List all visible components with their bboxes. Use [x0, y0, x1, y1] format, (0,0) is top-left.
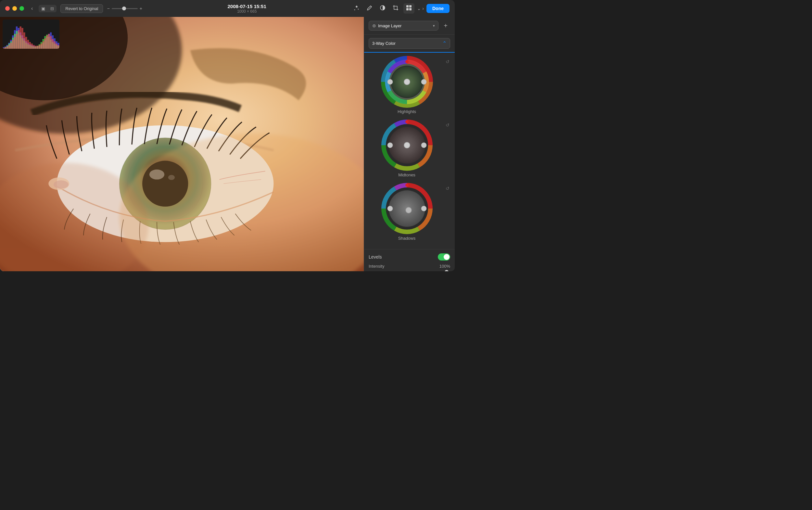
layer-select[interactable]: ⊛ Image Layer ▾	[369, 21, 438, 31]
single-view-button[interactable]: ▣	[39, 5, 48, 12]
svg-rect-3	[406, 8, 409, 10]
svg-point-25	[387, 79, 393, 84]
toolbar-right: ⌄ › Done	[351, 3, 450, 14]
shadows-reset-button[interactable]: ↺	[445, 185, 450, 192]
image-dimensions: 1000 × 665	[146, 9, 348, 13]
view-toggle: ▣ ⊟	[39, 5, 57, 12]
nav-arrows: ‹	[29, 5, 35, 12]
svg-rect-2	[409, 5, 411, 7]
intensity-label: Intensity	[369, 264, 384, 268]
svg-point-34	[404, 142, 410, 148]
highlights-wheel-container: Highlights	[369, 56, 445, 117]
svg-rect-1	[406, 5, 409, 7]
svg-rect-4	[409, 8, 411, 10]
intensity-value: 100%	[439, 264, 450, 268]
image-title: 2008-07-15 15:51	[146, 4, 348, 9]
highlights-reset-button[interactable]: ↺	[445, 58, 450, 65]
title-info: 2008-07-15 15:51 1000 × 665	[146, 4, 348, 13]
retouch-button[interactable]	[365, 3, 375, 14]
midtones-wheel-container: Midtones	[369, 119, 445, 180]
auto-enhance-button[interactable]	[351, 3, 362, 14]
adjustment-select[interactable]: 3-Way Color ⌃	[369, 38, 450, 49]
highlights-wheel-svg	[381, 56, 433, 108]
main-image	[0, 17, 364, 271]
adjustments-grid-button[interactable]	[403, 3, 414, 13]
svg-point-33	[421, 143, 427, 148]
panel-chevron-button[interactable]: ⌄ ›	[417, 6, 424, 11]
layer-icon: ⊛	[372, 23, 376, 28]
svg-point-40	[421, 206, 427, 211]
intensity-handle	[445, 270, 448, 271]
main-content: C BW CN	[0, 17, 455, 271]
svg-point-35	[405, 120, 409, 123]
highlights-row: Highlights ↺	[369, 56, 450, 117]
adjustment-select-label: 3-Way Color	[372, 41, 396, 46]
panel-header: ⊛ Image Layer ▾ +	[364, 17, 455, 35]
histogram-canvas	[3, 20, 59, 49]
svg-point-28	[405, 60, 409, 63]
svg-point-32	[387, 143, 393, 148]
shadows-wheel[interactable]	[381, 182, 433, 234]
midtones-row: Midtones ↺	[369, 119, 450, 180]
shadows-row: Shadows ↺	[369, 182, 450, 243]
highlights-label: Highlights	[398, 109, 416, 114]
fullscreen-button[interactable]	[20, 6, 24, 11]
zoom-controls: − +	[107, 6, 142, 11]
zoom-plus-icon[interactable]: +	[140, 6, 142, 11]
layer-select-label: Image Layer	[378, 23, 402, 28]
back-button[interactable]: ‹	[29, 5, 35, 12]
levels-toggle[interactable]	[438, 253, 450, 260]
svg-point-41	[406, 207, 411, 213]
revert-button[interactable]: Revert to Original	[60, 4, 103, 13]
close-button[interactable]	[5, 6, 10, 11]
eye-illustration	[0, 17, 364, 271]
shadows-label: Shadows	[398, 236, 415, 241]
svg-point-26	[421, 79, 427, 84]
svg-point-18	[54, 180, 68, 189]
adjustment-select-row: 3-Way Color ⌃	[364, 35, 455, 53]
levels-section: Levels Intensity 100%	[364, 249, 455, 271]
zoom-minus-icon[interactable]: −	[107, 6, 110, 11]
color-wheels-container: Highlights ↺	[364, 53, 455, 249]
highlights-wheel[interactable]	[381, 56, 433, 108]
svg-point-27	[404, 79, 410, 85]
crop-button[interactable]	[390, 3, 401, 14]
midtones-reset-button[interactable]: ↺	[445, 122, 450, 128]
split-view-button[interactable]: ⊟	[48, 5, 57, 12]
midtones-wheel-svg	[381, 119, 433, 171]
canvas-area: C BW CN	[0, 17, 364, 271]
levels-row: Levels	[369, 253, 450, 260]
intensity-row: Intensity 100%	[369, 264, 450, 268]
zoom-slider[interactable]	[112, 8, 138, 9]
svg-point-39	[387, 206, 393, 211]
shadows-wheel-svg	[381, 182, 433, 234]
layer-select-chevron-icon: ▾	[433, 24, 435, 28]
color-adjust-button[interactable]	[377, 3, 388, 14]
midtones-label: Midtones	[398, 172, 415, 177]
toggle-thumb	[444, 254, 450, 260]
svg-point-42	[405, 183, 409, 187]
minimize-button[interactable]	[12, 6, 17, 11]
adj-chevron-icon: ⌃	[442, 40, 446, 47]
histogram-overlay	[3, 20, 59, 49]
levels-label: Levels	[369, 254, 382, 259]
shadows-wheel-container: Shadows	[369, 182, 445, 243]
traffic-lights	[5, 6, 24, 11]
titlebar: ‹ ▣ ⊟ Revert to Original − + 2008-07-15 …	[0, 0, 455, 17]
right-panel: ⊛ Image Layer ▾ + 3-Way Color ⌃	[364, 17, 455, 271]
add-layer-button[interactable]: +	[441, 21, 450, 30]
done-button[interactable]: Done	[427, 4, 450, 13]
midtones-wheel[interactable]	[381, 119, 433, 171]
